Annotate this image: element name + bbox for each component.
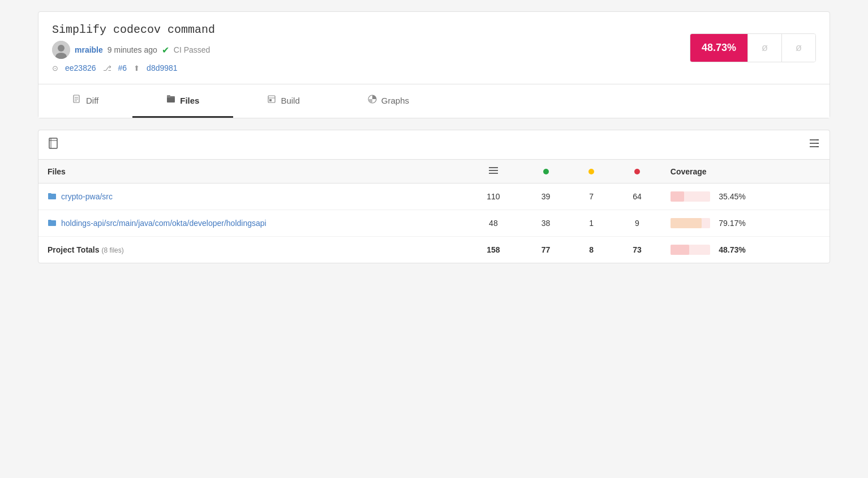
book-icon xyxy=(48,137,60,152)
coverage-main-badge: 48.73% xyxy=(690,34,747,62)
commit-refs: ⊙ ee23826 ⎇ #6 ⬆ d8d9981 xyxy=(52,63,215,72)
red-dot-header xyxy=(634,169,640,174)
tab-files-label: Files xyxy=(180,96,199,105)
coverage-delta-1: ø xyxy=(747,34,781,62)
coverage-cell-2: 79.17% xyxy=(671,218,820,228)
coverage-badges: 48.73% ø ø xyxy=(690,33,816,62)
svg-rect-11 xyxy=(269,99,272,101)
table-body: crypto-pwa/src 110 39 7 64 35.45% xyxy=(38,183,830,263)
coverage-cell-totals: 48.73% xyxy=(671,245,820,255)
green-dot-header xyxy=(543,169,549,174)
branch-icon: ⬆ xyxy=(134,64,140,72)
col-header-red xyxy=(613,160,661,183)
totals-label-cell: Project Totals (8 files) xyxy=(38,237,465,263)
coverage-value-2: 79.17% xyxy=(715,219,746,228)
file-green-1: 39 xyxy=(522,183,570,210)
table-toolbar xyxy=(38,130,830,160)
col-header-coverage: Coverage xyxy=(661,160,830,183)
page-wrapper: Simplify codecov command mraible 9 minut… xyxy=(27,0,841,286)
coverage-cell-1: 35.45% xyxy=(671,191,820,202)
graphs-icon xyxy=(368,95,377,106)
coverage-bar-1 xyxy=(671,191,710,202)
file-yellow-2: 1 xyxy=(570,210,613,237)
svg-point-1 xyxy=(58,45,65,52)
file-lines-2: 48 xyxy=(465,210,522,237)
col-header-yellow xyxy=(570,160,613,183)
tabs: Diff Files xyxy=(38,84,830,118)
file-red-1: 64 xyxy=(613,183,661,210)
coverage-bar-2 xyxy=(671,218,710,228)
svg-rect-8 xyxy=(167,95,170,97)
commit-hash[interactable]: ee23826 xyxy=(65,63,96,72)
totals-green: 77 xyxy=(522,237,570,263)
menu-lines-icon[interactable] xyxy=(808,137,820,152)
tab-build-label: Build xyxy=(281,96,299,105)
pr-icon: ⎇ xyxy=(103,64,111,72)
tab-build[interactable]: Build xyxy=(233,84,333,118)
totals-yellow: 8 xyxy=(570,237,613,263)
file-red-2: 9 xyxy=(613,210,661,237)
file-lines-1: 110 xyxy=(465,183,522,210)
coverage-bar-fill-totals xyxy=(671,245,690,255)
ci-check-icon: ✔ xyxy=(162,45,169,56)
file-name-cell-2: holdings-api/src/main/java/com/okta/deve… xyxy=(38,210,465,237)
tab-graphs-label: Graphs xyxy=(381,96,409,105)
pr-number[interactable]: #6 xyxy=(118,63,127,72)
commit-header-card: Simplify codecov command mraible 9 minut… xyxy=(38,11,830,118)
coverage-bar-fill-1 xyxy=(671,191,685,202)
files-table-card: Files xyxy=(38,130,830,263)
coverage-value-1: 35.45% xyxy=(715,192,746,201)
folder-icon-2 xyxy=(48,219,57,228)
avatar xyxy=(52,41,70,59)
totals-lines: 158 xyxy=(465,237,522,263)
coverage-bar-totals xyxy=(671,245,710,255)
totals-label: Project Totals xyxy=(48,245,100,254)
totals-coverage: 48.73% xyxy=(661,237,830,263)
files-icon xyxy=(166,95,175,106)
file-coverage-1: 35.45% xyxy=(661,183,830,210)
ci-passed-label: CI Passed xyxy=(174,45,210,54)
totals-red: 73 xyxy=(613,237,661,263)
col-header-files: Files xyxy=(38,160,465,183)
commit-hash-icon: ⊙ xyxy=(52,64,58,72)
totals-sub-label: (8 files) xyxy=(101,246,123,254)
tab-graphs[interactable]: Graphs xyxy=(334,84,443,118)
tab-diff-label: Diff xyxy=(86,96,98,105)
file-link-2[interactable]: holdings-api/src/main/java/com/okta/deve… xyxy=(48,219,456,228)
file-yellow-1: 7 xyxy=(570,183,613,210)
totals-row: Project Totals (8 files) 158 77 8 73 48.… xyxy=(38,237,830,263)
diff-icon xyxy=(72,95,81,106)
table-row: holdings-api/src/main/java/com/okta/deve… xyxy=(38,210,830,237)
col-header-lines[interactable] xyxy=(465,160,522,183)
file-link-1[interactable]: crypto-pwa/src xyxy=(48,192,456,202)
svg-rect-13 xyxy=(49,138,57,148)
table-row: crypto-pwa/src 110 39 7 64 35.45% xyxy=(38,183,830,210)
coverage-delta-2: ø xyxy=(781,34,815,62)
col-header-green xyxy=(522,160,570,183)
commit-left: Simplify codecov command mraible 9 minut… xyxy=(52,23,215,72)
folder-icon-1 xyxy=(48,192,57,202)
commit-meta: mraible 9 minutes ago ✔ CI Passed xyxy=(52,41,215,59)
commit-title: Simplify codecov command xyxy=(52,23,215,36)
coverage-bar-fill-2 xyxy=(671,218,702,228)
build-icon xyxy=(267,95,276,106)
commit-time: 9 minutes ago xyxy=(108,45,157,54)
author-name[interactable]: mraible xyxy=(75,45,103,54)
commit-header: Simplify codecov command mraible 9 minut… xyxy=(38,12,830,84)
file-green-2: 38 xyxy=(522,210,570,237)
table-header: Files xyxy=(38,160,830,183)
file-coverage-2: 79.17% xyxy=(661,210,830,237)
file-name-cell: crypto-pwa/src xyxy=(38,183,465,210)
coverage-value-totals: 48.73% xyxy=(715,245,746,254)
files-table: Files xyxy=(38,160,830,263)
toolbar-left xyxy=(48,137,60,152)
yellow-dot-header xyxy=(588,169,594,174)
tab-diff[interactable]: Diff xyxy=(38,84,132,118)
tab-files[interactable]: Files xyxy=(132,84,233,118)
branch-name[interactable]: d8d9981 xyxy=(147,63,178,72)
tabs-wrapper: Diff Files xyxy=(38,84,830,118)
